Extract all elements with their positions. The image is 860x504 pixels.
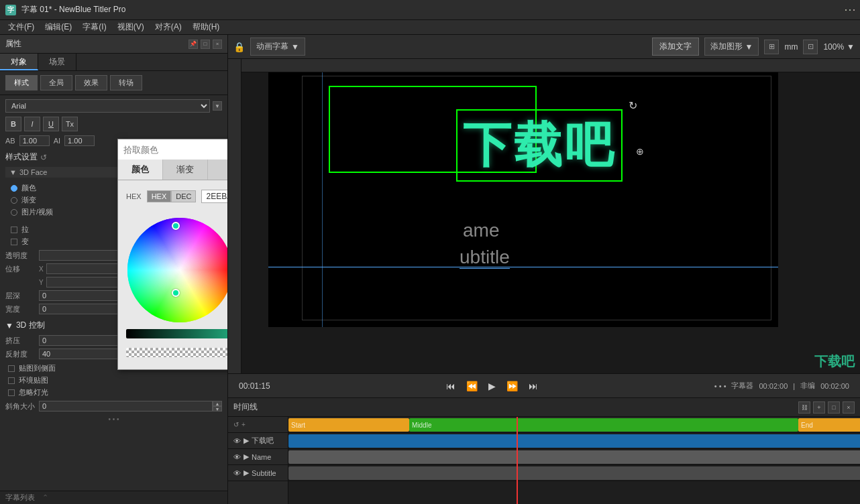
canvas-subtitle-text[interactable]: ubtitle xyxy=(460,247,510,269)
cp-tab-color[interactable]: 颜色 xyxy=(118,160,163,180)
tab-effect[interactable]: 效果 xyxy=(75,75,107,90)
checkbox-texture-side-input[interactable] xyxy=(8,365,15,372)
italic-button[interactable]: I xyxy=(24,117,40,131)
ruler-vertical xyxy=(228,59,241,373)
segment-track-2[interactable] xyxy=(288,450,860,464)
color-search-input[interactable] xyxy=(118,139,228,160)
add-track-icon[interactable]: + xyxy=(241,421,246,428)
hex-mode-button[interactable]: HEX xyxy=(147,190,172,202)
cp-tab-gradient[interactable]: 渐变 xyxy=(163,160,208,180)
skip-to-start-button[interactable]: ⏮ xyxy=(446,381,455,391)
canvas-name-text[interactable]: ame xyxy=(463,220,499,241)
radio-color-label: 颜色 xyxy=(21,183,36,193)
3d-control-toggle[interactable]: ▼ xyxy=(5,321,13,330)
color-slider[interactable] xyxy=(126,329,228,338)
spacing-ai-input[interactable] xyxy=(64,135,95,146)
segment-end[interactable]: End xyxy=(798,418,860,432)
hex-value-input[interactable] xyxy=(201,190,228,203)
checkbox-ignore-light-input[interactable] xyxy=(8,389,15,396)
lock-icon[interactable]: 🔒 xyxy=(233,42,245,52)
track-expand-2[interactable]: ▶ xyxy=(244,452,249,461)
segment-middle[interactable]: Middle xyxy=(409,418,798,432)
add-shape-dropdown[interactable]: 添加图形 ▼ xyxy=(704,38,759,56)
add-text-button[interactable]: 添加文字 xyxy=(652,38,699,56)
skip-to-end-button[interactable]: ⏭ xyxy=(529,381,538,391)
tab-scene[interactable]: 场景 xyxy=(38,54,76,70)
caption-list-expand[interactable]: ⌃ xyxy=(42,493,48,501)
maximize-button[interactable] xyxy=(849,9,851,11)
face-toggle[interactable]: ▼ xyxy=(9,168,17,176)
color-wheel[interactable] xyxy=(126,216,228,324)
tab-global[interactable]: 全局 xyxy=(40,75,72,90)
spacing-ab-input[interactable] xyxy=(19,135,50,146)
fit-icon[interactable]: ⊡ xyxy=(803,40,818,54)
font-family-select[interactable]: Arial xyxy=(5,99,210,113)
tab-style[interactable]: 样式 xyxy=(5,75,38,90)
caption-list-bar: 字幕列表 ⌃ xyxy=(0,491,227,504)
panel-close-button[interactable]: × xyxy=(213,40,222,49)
radio-image-dot xyxy=(11,209,17,216)
segment-start[interactable]: Start xyxy=(288,418,409,432)
style-reset-button[interactable]: ↺ xyxy=(40,153,47,162)
bold-button[interactable]: B xyxy=(5,117,21,131)
timeline-chain-button[interactable]: ⛓ xyxy=(798,401,810,414)
underline-button[interactable]: U xyxy=(43,117,59,131)
next-frame-button[interactable]: ⏩ xyxy=(506,381,518,391)
radio-color[interactable]: 颜色 xyxy=(11,183,53,193)
segment-track-3[interactable] xyxy=(288,466,860,480)
tab-object[interactable]: 对象 xyxy=(0,54,38,70)
menu-align[interactable]: 对齐(A) xyxy=(150,20,187,34)
skew-down[interactable]: ▼ xyxy=(213,406,222,412)
zoom-arrow: ▼ xyxy=(847,42,855,52)
spacing-ai-label: AI xyxy=(54,137,60,145)
menu-edit[interactable]: 编辑(E) xyxy=(40,20,77,34)
alpha-slider[interactable] xyxy=(126,348,228,357)
menu-help[interactable]: 帮助(H) xyxy=(187,20,225,34)
segment-row-1 xyxy=(288,433,860,449)
checkbox-stretch-input[interactable] xyxy=(11,227,17,233)
track-eye-1[interactable]: 👁 xyxy=(233,437,241,445)
radio-gradient[interactable]: 渐变 xyxy=(11,195,53,205)
play-pause-button[interactable]: ▶ xyxy=(488,381,496,391)
segment-row-3 xyxy=(288,465,860,481)
more-button[interactable]: • • • xyxy=(5,414,222,424)
caption-list-title: 字幕列表 xyxy=(5,493,35,501)
menu-subtitle[interactable]: 字幕(I) xyxy=(77,20,111,34)
track-eye-2[interactable]: 👁 xyxy=(233,453,241,461)
more-dots[interactable]: • • • xyxy=(714,382,727,390)
menu-file[interactable]: 文件(F) xyxy=(3,20,40,34)
checkbox-transform-input[interactable] xyxy=(11,239,17,245)
playhead[interactable] xyxy=(517,417,518,504)
prev-frame-button[interactable]: ⏪ xyxy=(466,381,478,391)
skew-up[interactable]: ▲ xyxy=(213,401,222,406)
close-button[interactable] xyxy=(853,9,855,11)
grid-icon[interactable]: ⊞ xyxy=(764,40,779,54)
animation-mode-dropdown[interactable]: 动画字幕 ▼ xyxy=(250,38,305,56)
checkbox-env-map-input[interactable] xyxy=(8,377,15,384)
scale-handle[interactable]: ⊕ xyxy=(636,146,644,157)
color-wheel-cursor-bottom[interactable] xyxy=(172,289,180,297)
menu-view[interactable]: 视图(V) xyxy=(112,20,150,34)
dec-mode-button[interactable]: DEC xyxy=(171,190,196,202)
segment-track-1[interactable] xyxy=(288,434,860,448)
tab-transition[interactable]: 转场 xyxy=(110,75,142,90)
skew-input[interactable] xyxy=(39,401,213,412)
canvas-background[interactable]: 下载吧 ame ubtitle ↻ ⊕ xyxy=(268,72,778,327)
rotation-handle[interactable]: ↻ xyxy=(629,99,637,112)
timeline-expand-button[interactable]: □ xyxy=(828,401,840,414)
radio-image[interactable]: 图片/视频 xyxy=(11,207,53,217)
minimize-button[interactable] xyxy=(845,9,847,11)
object-scene-tabs: 对象 场景 xyxy=(0,54,227,71)
loop-icon[interactable]: ↺ xyxy=(233,421,239,428)
color-wheel-cursor-top[interactable] xyxy=(172,222,180,230)
track-expand-1[interactable]: ▶ xyxy=(244,436,249,445)
timeline-add-button[interactable]: + xyxy=(813,401,825,414)
timeline-close-button[interactable]: × xyxy=(843,401,855,414)
panel-pin-button[interactable]: 📌 xyxy=(189,40,198,49)
canvas-main-text[interactable]: 下载吧 xyxy=(456,109,623,182)
track-expand-3[interactable]: ▶ xyxy=(244,468,249,477)
track-eye-3[interactable]: 👁 xyxy=(233,469,241,477)
text-style-button[interactable]: Tx xyxy=(62,117,78,131)
font-dropdown-arrow[interactable]: ▼ xyxy=(213,101,222,111)
panel-restore-button[interactable]: □ xyxy=(201,40,210,49)
